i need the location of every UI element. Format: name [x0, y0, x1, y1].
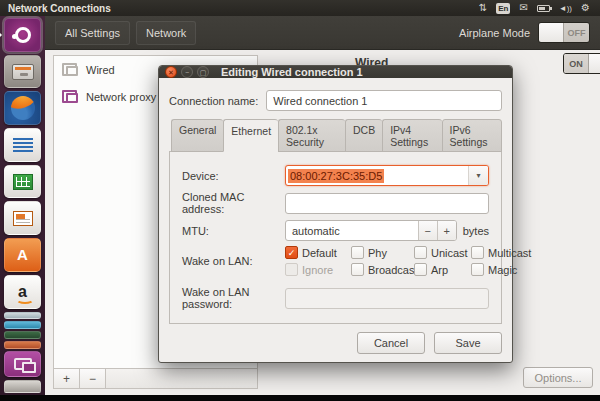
maximize-icon[interactable]: ▢ [197, 66, 209, 78]
unchecked-checkbox-icon[interactable] [351, 263, 364, 276]
top-panel: Network Connections ⇅ En ✉ ◄)) ⚙ [0, 0, 600, 16]
wol-password-label: Wake on LAN password: [182, 286, 285, 310]
session-gear-icon[interactable]: ⚙ [581, 3, 590, 13]
checkbox-broadcast[interactable]: Broadcast [351, 263, 414, 276]
unchecked-checkbox-icon[interactable] [414, 246, 427, 259]
firefox-icon[interactable] [4, 91, 41, 125]
collapsed-launcher-icon[interactable] [4, 341, 41, 349]
unchecked-checkbox-icon[interactable] [471, 263, 484, 276]
switch-state-label: ON [564, 54, 589, 73]
airplane-mode-switch[interactable]: OFF [538, 22, 590, 43]
dialog-body: Connection name: General Ethernet 802.1x… [159, 78, 512, 362]
tab-ipv6-settings[interactable]: IPv6 Settings [442, 119, 502, 152]
wake-on-lan-options: ✓Default Phy Unicast Multicast Ignore Br… [285, 246, 531, 276]
network-breadcrumb-button[interactable]: Network [136, 21, 196, 45]
libreoffice-impress-icon[interactable] [4, 201, 41, 235]
cloned-mac-input[interactable] [285, 193, 489, 214]
chevron-down-icon[interactable]: ▾ [468, 166, 488, 185]
tab-general[interactable]: General [171, 119, 223, 152]
sidebar-item-label: Network proxy [86, 91, 156, 103]
unchecked-checkbox-icon[interactable] [414, 263, 427, 276]
checkbox-magic[interactable]: Magic [471, 263, 531, 276]
switch-knob [539, 23, 564, 42]
airplane-mode-label: Airplane Mode [459, 27, 530, 39]
tab-dcb[interactable]: DCB [345, 119, 382, 152]
system-tray: ⇅ En ✉ ◄)) ⚙ [479, 3, 590, 14]
checkbox-arp[interactable]: Arp [414, 263, 471, 276]
wired-on-switch[interactable]: ON [563, 53, 600, 74]
device-combobox[interactable]: 08:00:27:3C:35:D5 ▾ [285, 165, 489, 186]
amazon-icon[interactable]: a [4, 275, 41, 309]
device-value: 08:00:27:3C:35:D5 [288, 169, 384, 183]
cancel-button[interactable]: Cancel [357, 332, 425, 354]
mtu-unit-label: bytes [463, 225, 489, 237]
keyboard-layout-indicator[interactable]: En [496, 3, 510, 14]
mtu-increment-button[interactable]: + [437, 221, 456, 240]
sidebar-item-label: Wired [86, 64, 115, 76]
unity-launcher: A a [0, 16, 45, 395]
mtu-label: MTU: [182, 225, 285, 237]
libreoffice-calc-icon[interactable] [4, 165, 41, 199]
tab-ipv4-settings[interactable]: IPv4 Settings [382, 119, 441, 152]
collapsed-launcher-icon[interactable] [4, 321, 41, 329]
switch-knob [589, 54, 600, 73]
mtu-row: MTU: automatic − + bytes [182, 220, 489, 241]
trash-icon[interactable] [4, 380, 41, 393]
checked-checkbox-icon[interactable]: ✓ [285, 246, 298, 259]
disabled-checkbox-icon [285, 263, 298, 276]
edit-connection-dialog: ✕ − ▢ Editing Wired connection 1 Connect… [158, 65, 513, 363]
ubuntu-dash-icon[interactable] [4, 18, 41, 52]
network-proxy-icon [62, 90, 78, 103]
dialog-titlebar[interactable]: ✕ − ▢ Editing Wired connection 1 [159, 66, 512, 78]
cloned-mac-row: Cloned MAC address: [182, 191, 489, 215]
checkbox-default[interactable]: ✓Default [285, 246, 351, 259]
software-center-icon[interactable]: A [4, 238, 41, 272]
workspace-switcher-icon[interactable] [4, 351, 41, 377]
ubuntu-logo-icon [15, 27, 31, 43]
dialog-buttons: Cancel Save [169, 324, 502, 354]
tab-8021x-security[interactable]: 802.1x Security [278, 119, 345, 152]
cloned-mac-label: Cloned MAC address: [182, 191, 285, 215]
mtu-decrement-button[interactable]: − [418, 221, 437, 240]
unchecked-checkbox-icon[interactable] [471, 246, 484, 259]
collapsed-launcher-icon[interactable] [4, 312, 41, 320]
minimize-icon[interactable]: − [181, 66, 193, 78]
add-connection-button[interactable]: + [54, 369, 80, 388]
libreoffice-writer-icon[interactable] [4, 128, 41, 162]
volume-icon[interactable]: ◄)) [559, 4, 572, 13]
connection-name-input[interactable] [266, 90, 502, 111]
mtu-value: automatic [286, 225, 418, 237]
checkbox-unicast[interactable]: Unicast [414, 246, 471, 259]
files-icon[interactable] [4, 55, 41, 89]
device-row: Device: 08:00:27:3C:35:D5 ▾ [182, 165, 489, 186]
wol-password-input [285, 288, 489, 309]
checkbox-phy[interactable]: Phy [351, 246, 414, 259]
sidebar-toolbar: + − [53, 369, 258, 389]
tab-ethernet[interactable]: Ethernet [223, 119, 278, 152]
connection-name-label: Connection name: [169, 95, 258, 107]
dialog-title: Editing Wired connection 1 [221, 66, 363, 78]
checkbox-ignore: Ignore [285, 263, 351, 276]
network-indicator-icon[interactable]: ⇅ [479, 3, 487, 13]
all-settings-button[interactable]: All Settings [55, 21, 130, 45]
mail-icon[interactable]: ✉ [519, 3, 527, 13]
wired-network-icon [62, 63, 78, 76]
screen-bottom-edge [0, 395, 600, 401]
wake-on-lan-row: Wake on LAN: ✓Default Phy Unicast Multic… [182, 246, 489, 276]
collapsed-launcher-icon[interactable] [4, 331, 41, 339]
app-title: Network Connections [8, 3, 479, 14]
checkbox-multicast[interactable]: Multicast [471, 246, 531, 259]
remove-connection-button[interactable]: − [80, 369, 106, 388]
save-button[interactable]: Save [434, 332, 502, 354]
desktop: Network Connections ⇅ En ✉ ◄)) ⚙ A a All… [0, 0, 600, 401]
wake-on-lan-label: Wake on LAN: [182, 255, 285, 267]
settings-headerbar: All Settings Network Airplane Mode OFF [45, 16, 600, 50]
mtu-spinbutton[interactable]: automatic − + [285, 220, 457, 241]
options-button[interactable]: Options... [523, 367, 593, 388]
battery-icon[interactable] [537, 5, 550, 12]
device-label: Device: [182, 170, 285, 182]
unchecked-checkbox-icon[interactable] [351, 246, 364, 259]
wol-password-row: Wake on LAN password: [182, 286, 489, 310]
connection-name-row: Connection name: [169, 90, 502, 111]
close-icon[interactable]: ✕ [165, 66, 177, 78]
